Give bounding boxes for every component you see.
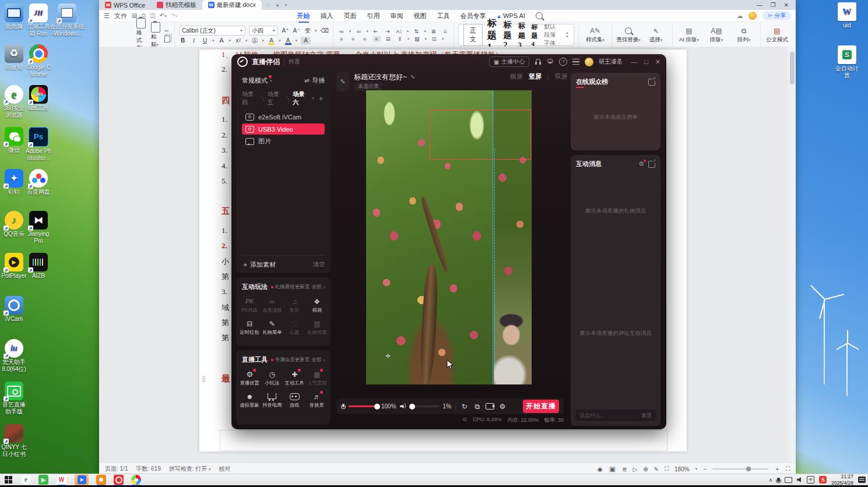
style-heading-2[interactable]: 标题 2: [503, 20, 513, 50]
menu-wps-ai[interactable]: WPS AI: [497, 11, 525, 20]
headset-icon[interactable]: [535, 58, 542, 65]
desktop-icon-photoshop[interactable]: Adobe Photosho...: [25, 127, 52, 161]
zoom-level[interactable]: 180%: [674, 466, 690, 472]
style-heading-4[interactable]: 标题 4: [532, 23, 540, 47]
char-shading-button[interactable]: [301, 37, 311, 44]
crop-rectangle[interactable]: [430, 110, 531, 160]
settings-gear-icon[interactable]: ⚙: [498, 403, 507, 411]
wps-minimize-button[interactable]: —: [757, 2, 762, 8]
edit-mode-icon[interactable]: ✎: [654, 466, 659, 472]
desktop-icon-this-pc[interactable]: 此电脑: [1, 3, 27, 30]
tab-wps-office[interactable]: WWPS Office: [99, 0, 151, 10]
arrange-button[interactable]: ⧉排列▾: [732, 27, 756, 44]
zoom-chevron-icon[interactable]: ▾: [695, 467, 698, 471]
share-button[interactable]: ⌲ 分享: [762, 11, 791, 20]
outline-view-icon[interactable]: ≣: [622, 466, 627, 472]
status-proofread[interactable]: 校对: [219, 465, 231, 473]
edit-title-button[interactable]: ✎: [336, 72, 349, 91]
superscript-button[interactable]: [234, 37, 242, 44]
print-preview-icon[interactable]: ◫: [150, 12, 155, 19]
interact-more-link[interactable]: 礼物展馆更新至全部›: [271, 284, 325, 291]
text-direction-button[interactable]: A↕: [395, 29, 403, 34]
numbered-list-button[interactable]: ≕: [354, 29, 363, 34]
new-tab-button[interactable]: ＋: [275, 1, 280, 9]
notification-center-icon[interactable]: [858, 477, 866, 483]
enclose-char-button[interactable]: [251, 37, 259, 44]
style-normal[interactable]: 正文: [463, 24, 483, 46]
desktop-icon-obs-tool[interactable]: obs工具: [25, 85, 52, 112]
timed-redpacket-button[interactable]: 定时红包: [238, 316, 261, 338]
live-settings-button[interactable]: 直播设置: [238, 366, 261, 389]
game-button[interactable]: 游戏: [283, 389, 306, 411]
start-button[interactable]: [3, 475, 13, 485]
menu-tools[interactable]: 工具: [437, 10, 450, 22]
avatar[interactable]: [585, 58, 593, 66]
clear-button[interactable]: 清空: [313, 260, 325, 269]
virtual-avatar-button[interactable]: 虚拟形象: [238, 389, 261, 411]
add-scene-button[interactable]: ＋: [317, 93, 325, 104]
search-icon[interactable]: [536, 12, 543, 19]
wps-close-button[interactable]: ✕: [784, 2, 789, 8]
tab-button[interactable]: ⌸: [441, 29, 449, 35]
scene-tab-6[interactable]: 场景六: [293, 90, 309, 107]
bold-button[interactable]: [179, 37, 187, 44]
desktop-icon-ivcam[interactable]: iVCam: [1, 296, 27, 323]
ai-typeset-button[interactable]: ▤AI 排版▾: [677, 27, 701, 44]
underline-button[interactable]: [201, 37, 209, 44]
desktop-icon-auto-calc[interactable]: 全自动计算: [834, 45, 860, 79]
increase-indent-button[interactable]: ⇥: [384, 29, 392, 34]
align-right-button[interactable]: ≡: [361, 36, 369, 42]
decrease-indent-button[interactable]: ⇤: [372, 29, 380, 34]
font-size-select[interactable]: 小四▾: [249, 26, 278, 36]
style-default-font[interactable]: 默认段落字体: [544, 23, 560, 47]
highlight-color-button[interactable]: [268, 37, 275, 44]
menu-page[interactable]: 页面: [344, 10, 357, 22]
guest-link-button[interactable]: 嘉宾连线: [261, 294, 284, 316]
anchor-center-button[interactable]: ▣ 主播中心: [489, 57, 529, 67]
tray-ime-icon[interactable]: 中: [807, 476, 814, 484]
tab-comment-icon[interactable]: ◌: [266, 2, 270, 8]
menu-view[interactable]: 视图: [414, 10, 427, 22]
scene-tab-4[interactable]: 场景四: [242, 90, 258, 107]
desktop-icon-qinyy[interactable]: QINYY 七日小红书: [1, 424, 27, 457]
stream-minimize-button[interactable]: —: [631, 58, 637, 66]
lucky-bag-button[interactable]: 福袋: [306, 294, 329, 316]
mode-dual[interactable]: 双屏: [555, 72, 568, 81]
shading-button[interactable]: ▨: [413, 36, 421, 42]
menu-review[interactable]: 审阅: [391, 10, 403, 22]
desktop-icon-voice-live[interactable]: 音艺直播助手版: [1, 382, 27, 415]
stream-room-title[interactable]: 标题还没有想好~: [354, 72, 407, 82]
distribute-button[interactable]: ⊟: [384, 36, 392, 42]
decrease-font-button[interactable]: [293, 27, 300, 34]
scrollbar-thumb[interactable]: [790, 52, 795, 84]
line-spacing-button[interactable]: ⇕: [396, 36, 404, 42]
tools-more-link[interactable]: 专属会员更新至全部›: [271, 357, 325, 364]
tray-sogou-icon[interactable]: S: [819, 476, 827, 484]
mini-game-button[interactable]: 小玩法: [261, 366, 284, 389]
tab-current-document[interactable]: W最新搭建.docx: [202, 0, 262, 10]
select-button[interactable]: ⇖选择▾: [644, 27, 668, 44]
copy-icon[interactable]: [164, 36, 170, 43]
zoom-slider[interactable]: [712, 468, 768, 470]
style-heading-3[interactable]: 标题 3: [518, 21, 527, 50]
status-spellcheck[interactable]: 拼写检查: 打开 ▾: [169, 465, 211, 473]
desktop-icon-member-system[interactable]: 会员分发系统 -Windows...: [50, 3, 85, 37]
menu-home[interactable]: 开始: [297, 10, 310, 22]
style-gallery-scroll[interactable]: ▲▼: [565, 31, 569, 39]
music-button[interactable]: 音乐: [283, 294, 306, 316]
mode-portrait[interactable]: 竖屏: [529, 72, 542, 81]
popularity-chest-button[interactable]: 人气宝箱: [306, 366, 329, 389]
source-ivcam[interactable]: e2eSoft iVCam: [242, 111, 325, 122]
desktop-icon-potplayer[interactable]: PotPlayer: [1, 253, 27, 280]
help-icon[interactable]: ?: [559, 58, 567, 66]
camera-preview[interactable]: ✛: [366, 90, 532, 384]
cloud-sync-icon[interactable]: ☁: [736, 12, 743, 20]
desktop-icon-uid[interactable]: uid: [834, 2, 860, 29]
align-center-button[interactable]: ≡: [349, 36, 357, 42]
wish-button[interactable]: 心愿: [283, 316, 306, 338]
speaker-icon[interactable]: [400, 404, 406, 410]
send-button[interactable]: 发送: [641, 412, 652, 419]
zoom-slider-knob[interactable]: [746, 467, 751, 471]
desktop-icon-baidu-netdisk[interactable]: 百度网盘: [25, 169, 52, 196]
desktop-icon-wechat[interactable]: 微信: [1, 127, 27, 154]
